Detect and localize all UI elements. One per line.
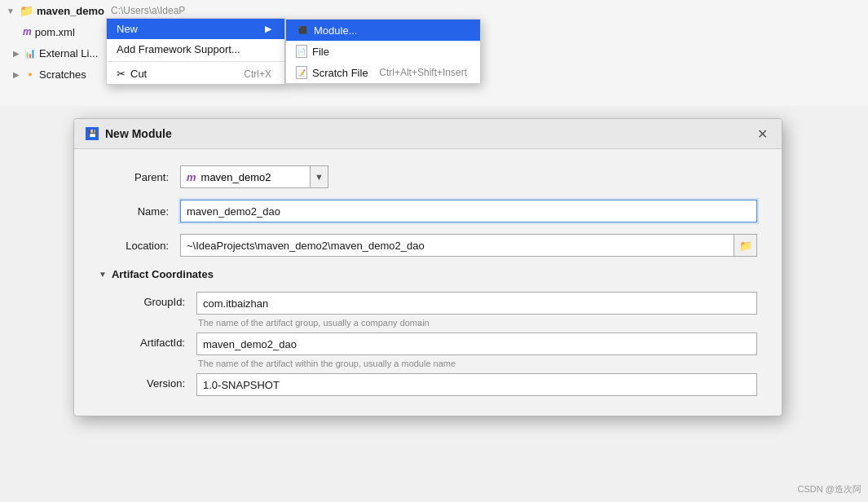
context-menu: New ▶ Add Framework Support... ✂ Cut Ctr… <box>106 18 285 85</box>
groupid-input[interactable] <box>196 292 757 315</box>
folder-browse-icon: 📁 <box>739 240 752 252</box>
parent-row: Parent: m maven_demo2 ▼ <box>99 165 757 188</box>
submenu: ⬛ Module... 📄 File 📝 Scratch File Ctrl+A… <box>285 19 481 84</box>
external-libraries-label: External Li... <box>39 47 98 59</box>
file-label: File <box>312 46 329 58</box>
location-row: Location: 📁 <box>99 234 757 257</box>
submenu-item-module[interactable]: ⬛ Module... <box>286 20 480 41</box>
version-row: Version: <box>99 373 757 396</box>
dialog-close-button[interactable]: ✕ <box>754 126 770 142</box>
watermark: CSDN @造次阿 <box>798 483 861 495</box>
parent-value: maven_demo2 <box>201 171 271 183</box>
parent-dropdown[interactable]: m maven_demo2 <box>180 165 311 188</box>
version-input[interactable] <box>196 373 757 396</box>
parent-dropdown-arrow[interactable]: ▼ <box>311 165 328 188</box>
parent-dropdown-wrapper: m maven_demo2 ▼ <box>180 165 328 188</box>
artifactid-input-group: The name of the artifact within the grou… <box>196 332 757 368</box>
dialog-save-icon: 💾 <box>86 127 99 140</box>
location-input[interactable] <box>180 234 734 257</box>
name-row: Name: <box>99 200 757 222</box>
watermark-text: CSDN @造次阿 <box>798 484 861 494</box>
location-browse-button[interactable]: 📁 <box>734 234 757 257</box>
module-icon: ⬛ <box>296 24 309 37</box>
artifactid-hint: The name of the artifact within the grou… <box>196 359 757 368</box>
submenu-item-scratch-file[interactable]: 📝 Scratch File Ctrl+Alt+Shift+Insert <box>286 62 480 83</box>
location-label: Location: <box>99 240 180 252</box>
name-label: Name: <box>99 205 180 218</box>
artifactid-input[interactable] <box>196 332 757 355</box>
pom-filename: pom.xml <box>35 26 75 38</box>
groupid-label: GroupId: <box>99 292 196 308</box>
groupid-input-group: The name of the artifact group, usually … <box>196 292 757 328</box>
artifact-section: GroupId: The name of the artifact group,… <box>99 292 757 396</box>
parent-label: Parent: <box>99 171 180 183</box>
artifact-section-header[interactable]: ▼ Artifact Coordinates <box>99 268 757 280</box>
menu-item-new[interactable]: New ▶ <box>107 19 284 39</box>
dialog-title-text: New Module <box>105 127 172 140</box>
file-icon: 📄 <box>296 45 307 58</box>
artifact-section-label: Artifact Coordinates <box>112 268 214 280</box>
new-label: New <box>117 23 138 35</box>
artifactid-row: ArtifactId: The name of the artifact wit… <box>99 332 757 368</box>
new-arrow-icon: ▶ <box>265 24 271 34</box>
menu-item-cut[interactable]: ✂ Cut Ctrl+X <box>107 64 284 84</box>
cut-shortcut: Ctrl+X <box>244 68 271 80</box>
name-input[interactable] <box>180 200 757 222</box>
cut-icon: ✂ <box>117 68 126 80</box>
groupid-row: GroupId: The name of the artifact group,… <box>99 292 757 328</box>
parent-maven-icon: m <box>187 171 196 183</box>
project-name: maven_demo <box>37 5 104 17</box>
scratches-icon: 🔸 <box>24 69 36 80</box>
dialog-title-area: 💾 New Module <box>86 127 172 140</box>
scratches-chevron: ▶ <box>13 70 20 79</box>
scratches-label: Scratches <box>39 68 86 81</box>
project-path: C:\Users\a\IdeaP <box>111 5 185 16</box>
artifact-chevron-icon: ▼ <box>99 270 107 279</box>
tree-chevron-icon: ▼ <box>7 7 15 15</box>
folder-icon: 📁 <box>20 4 33 17</box>
location-input-wrapper: 📁 <box>180 234 757 257</box>
version-input-group <box>196 373 757 396</box>
artifactid-label: ArtifactId: <box>99 332 196 349</box>
cut-label: Cut <box>130 68 147 80</box>
dialog-titlebar: 💾 New Module ✕ <box>74 119 782 149</box>
scratch-file-shortcut: Ctrl+Alt+Shift+Insert <box>379 67 467 78</box>
maven-icon: m <box>23 26 32 37</box>
add-framework-label: Add Framework Support... <box>117 43 240 55</box>
groupid-hint: The name of the artifact group, usually … <box>196 318 757 328</box>
submenu-item-file[interactable]: 📄 File <box>286 41 480 62</box>
scratch-file-icon: 📝 <box>296 66 307 79</box>
scratch-file-label: Scratch File <box>312 67 368 79</box>
module-label: Module... <box>314 24 357 37</box>
menu-divider-1 <box>107 61 284 62</box>
menu-item-add-framework[interactable]: Add Framework Support... <box>107 39 284 59</box>
dialog-body: Parent: m maven_demo2 ▼ Name: Location: … <box>74 149 782 416</box>
version-label: Version: <box>99 373 196 390</box>
ext-lib-chevron: ▶ <box>13 49 20 58</box>
new-module-dialog: 💾 New Module ✕ Parent: m maven_demo2 ▼ N… <box>73 118 782 416</box>
library-icon: 📊 <box>24 48 36 59</box>
